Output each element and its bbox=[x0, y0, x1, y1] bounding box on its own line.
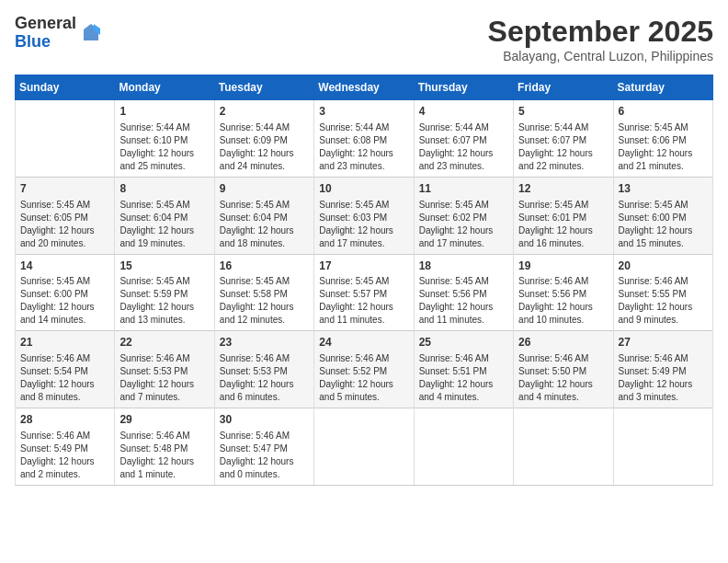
calendar-cell bbox=[514, 408, 613, 486]
day-info: Sunrise: 5:45 AM Sunset: 6:01 PM Dayligh… bbox=[518, 199, 608, 250]
day-number: 24 bbox=[319, 335, 408, 350]
day-number: 5 bbox=[518, 104, 608, 120]
logo-text: General Blue bbox=[15, 15, 76, 52]
header-tuesday: Tuesday bbox=[214, 75, 313, 100]
calendar-week-row: 21Sunrise: 5:46 AM Sunset: 5:54 PM Dayli… bbox=[16, 331, 713, 408]
day-number: 26 bbox=[518, 335, 608, 350]
calendar-cell: 16Sunrise: 5:45 AM Sunset: 5:58 PM Dayli… bbox=[214, 254, 313, 331]
calendar-cell: 7Sunrise: 5:45 AM Sunset: 6:05 PM Daylig… bbox=[16, 177, 115, 254]
calendar-cell: 18Sunrise: 5:45 AM Sunset: 5:56 PM Dayli… bbox=[414, 254, 513, 331]
day-info: Sunrise: 5:45 AM Sunset: 6:05 PM Dayligh… bbox=[20, 199, 109, 250]
day-info: Sunrise: 5:45 AM Sunset: 6:04 PM Dayligh… bbox=[220, 199, 309, 250]
day-number: 29 bbox=[119, 412, 209, 428]
calendar-cell bbox=[414, 408, 513, 486]
calendar-cell: 17Sunrise: 5:45 AM Sunset: 5:57 PM Dayli… bbox=[314, 254, 414, 331]
calendar-cell bbox=[314, 408, 414, 486]
day-number: 22 bbox=[119, 335, 209, 350]
calendar-cell: 4Sunrise: 5:44 AM Sunset: 6:07 PM Daylig… bbox=[414, 100, 513, 178]
day-info: Sunrise: 5:45 AM Sunset: 5:56 PM Dayligh… bbox=[419, 275, 508, 327]
day-info: Sunrise: 5:46 AM Sunset: 5:54 PM Dayligh… bbox=[20, 352, 109, 404]
calendar-cell: 3Sunrise: 5:44 AM Sunset: 6:08 PM Daylig… bbox=[314, 100, 414, 178]
calendar-cell: 2Sunrise: 5:44 AM Sunset: 6:09 PM Daylig… bbox=[214, 100, 313, 178]
page-header: General Blue September 2025 Balayang, Ce… bbox=[15, 15, 713, 63]
calendar-cell: 29Sunrise: 5:46 AM Sunset: 5:48 PM Dayli… bbox=[115, 408, 214, 486]
day-info: Sunrise: 5:44 AM Sunset: 6:07 PM Dayligh… bbox=[518, 121, 608, 173]
day-number: 10 bbox=[319, 181, 408, 197]
day-info: Sunrise: 5:46 AM Sunset: 5:49 PM Dayligh… bbox=[619, 352, 708, 404]
day-number: 3 bbox=[319, 104, 408, 120]
day-number: 16 bbox=[220, 259, 309, 274]
calendar-cell: 10Sunrise: 5:45 AM Sunset: 6:03 PM Dayli… bbox=[314, 177, 414, 254]
day-number: 6 bbox=[619, 104, 708, 120]
calendar-cell: 8Sunrise: 5:45 AM Sunset: 6:04 PM Daylig… bbox=[115, 177, 214, 254]
day-number: 9 bbox=[220, 181, 309, 197]
day-info: Sunrise: 5:46 AM Sunset: 5:53 PM Dayligh… bbox=[220, 352, 309, 404]
header-monday: Monday bbox=[115, 75, 214, 100]
day-info: Sunrise: 5:46 AM Sunset: 5:51 PM Dayligh… bbox=[419, 352, 508, 404]
calendar-cell bbox=[613, 408, 712, 486]
day-info: Sunrise: 5:45 AM Sunset: 6:00 PM Dayligh… bbox=[619, 199, 708, 250]
header-sunday: Sunday bbox=[16, 75, 115, 100]
day-info: Sunrise: 5:45 AM Sunset: 6:00 PM Dayligh… bbox=[20, 275, 109, 327]
day-info: Sunrise: 5:46 AM Sunset: 5:52 PM Dayligh… bbox=[319, 352, 408, 404]
day-info: Sunrise: 5:46 AM Sunset: 5:47 PM Dayligh… bbox=[220, 430, 309, 481]
logo-blue: Blue bbox=[15, 32, 51, 51]
day-info: Sunrise: 5:45 AM Sunset: 5:59 PM Dayligh… bbox=[119, 275, 209, 327]
calendar-week-row: 1Sunrise: 5:44 AM Sunset: 6:10 PM Daylig… bbox=[16, 100, 713, 178]
day-info: Sunrise: 5:46 AM Sunset: 5:55 PM Dayligh… bbox=[619, 275, 708, 327]
day-number: 30 bbox=[220, 412, 309, 428]
calendar-cell: 15Sunrise: 5:45 AM Sunset: 5:59 PM Dayli… bbox=[115, 254, 214, 331]
day-number: 28 bbox=[20, 412, 109, 428]
calendar-cell: 19Sunrise: 5:46 AM Sunset: 5:56 PM Dayli… bbox=[514, 254, 613, 331]
calendar-cell: 1Sunrise: 5:44 AM Sunset: 6:10 PM Daylig… bbox=[115, 100, 214, 178]
day-info: Sunrise: 5:45 AM Sunset: 5:57 PM Dayligh… bbox=[319, 275, 408, 327]
day-info: Sunrise: 5:46 AM Sunset: 5:53 PM Dayligh… bbox=[119, 352, 209, 404]
day-info: Sunrise: 5:46 AM Sunset: 5:49 PM Dayligh… bbox=[20, 430, 109, 481]
calendar-cell: 14Sunrise: 5:45 AM Sunset: 6:00 PM Dayli… bbox=[16, 254, 115, 331]
calendar-cell: 27Sunrise: 5:46 AM Sunset: 5:49 PM Dayli… bbox=[613, 331, 712, 408]
day-info: Sunrise: 5:44 AM Sunset: 6:09 PM Dayligh… bbox=[220, 121, 309, 173]
day-info: Sunrise: 5:46 AM Sunset: 5:48 PM Dayligh… bbox=[119, 430, 209, 481]
day-number: 13 bbox=[619, 181, 708, 197]
day-number: 25 bbox=[419, 335, 508, 350]
location-subtitle: Balayang, Central Luzon, Philippines bbox=[488, 49, 713, 63]
day-info: Sunrise: 5:46 AM Sunset: 5:50 PM Dayligh… bbox=[518, 352, 608, 404]
calendar-cell: 24Sunrise: 5:46 AM Sunset: 5:52 PM Dayli… bbox=[314, 331, 414, 408]
calendar-cell: 25Sunrise: 5:46 AM Sunset: 5:51 PM Dayli… bbox=[414, 331, 513, 408]
day-number: 11 bbox=[419, 181, 508, 197]
calendar-table: SundayMondayTuesdayWednesdayThursdayFrid… bbox=[15, 75, 713, 486]
day-info: Sunrise: 5:45 AM Sunset: 6:03 PM Dayligh… bbox=[319, 199, 408, 250]
day-number: 23 bbox=[220, 335, 309, 350]
day-info: Sunrise: 5:45 AM Sunset: 6:02 PM Dayligh… bbox=[419, 199, 508, 250]
day-info: Sunrise: 5:45 AM Sunset: 6:04 PM Dayligh… bbox=[119, 199, 209, 250]
logo-icon bbox=[80, 22, 102, 44]
day-info: Sunrise: 5:44 AM Sunset: 6:07 PM Dayligh… bbox=[419, 121, 508, 173]
day-number: 12 bbox=[518, 181, 608, 197]
calendar-cell: 21Sunrise: 5:46 AM Sunset: 5:54 PM Dayli… bbox=[16, 331, 115, 408]
calendar-cell: 30Sunrise: 5:46 AM Sunset: 5:47 PM Dayli… bbox=[214, 408, 313, 486]
day-info: Sunrise: 5:46 AM Sunset: 5:56 PM Dayligh… bbox=[518, 275, 608, 327]
calendar-week-row: 28Sunrise: 5:46 AM Sunset: 5:49 PM Dayli… bbox=[16, 408, 713, 486]
calendar-header-row: SundayMondayTuesdayWednesdayThursdayFrid… bbox=[16, 75, 713, 100]
day-info: Sunrise: 5:44 AM Sunset: 6:10 PM Dayligh… bbox=[119, 121, 209, 173]
day-number: 18 bbox=[419, 259, 508, 274]
calendar-cell: 5Sunrise: 5:44 AM Sunset: 6:07 PM Daylig… bbox=[514, 100, 613, 178]
day-number: 27 bbox=[619, 335, 708, 350]
calendar-cell: 23Sunrise: 5:46 AM Sunset: 5:53 PM Dayli… bbox=[214, 331, 313, 408]
day-info: Sunrise: 5:45 AM Sunset: 5:58 PM Dayligh… bbox=[220, 275, 309, 327]
calendar-cell: 6Sunrise: 5:45 AM Sunset: 6:06 PM Daylig… bbox=[613, 100, 712, 178]
day-number: 1 bbox=[119, 104, 209, 120]
day-number: 17 bbox=[319, 259, 408, 274]
header-thursday: Thursday bbox=[414, 75, 513, 100]
calendar-cell: 22Sunrise: 5:46 AM Sunset: 5:53 PM Dayli… bbox=[115, 331, 214, 408]
day-number: 4 bbox=[419, 104, 508, 120]
calendar-cell: 9Sunrise: 5:45 AM Sunset: 6:04 PM Daylig… bbox=[214, 177, 313, 254]
logo-general: General bbox=[15, 14, 76, 32]
calendar-week-row: 14Sunrise: 5:45 AM Sunset: 6:00 PM Dayli… bbox=[16, 254, 713, 331]
header-wednesday: Wednesday bbox=[314, 75, 414, 100]
day-info: Sunrise: 5:45 AM Sunset: 6:06 PM Dayligh… bbox=[619, 121, 708, 173]
calendar-cell: 26Sunrise: 5:46 AM Sunset: 5:50 PM Dayli… bbox=[514, 331, 613, 408]
calendar-cell: 13Sunrise: 5:45 AM Sunset: 6:00 PM Dayli… bbox=[613, 177, 712, 254]
calendar-cell: 11Sunrise: 5:45 AM Sunset: 6:02 PM Dayli… bbox=[414, 177, 513, 254]
day-number: 2 bbox=[220, 104, 309, 120]
